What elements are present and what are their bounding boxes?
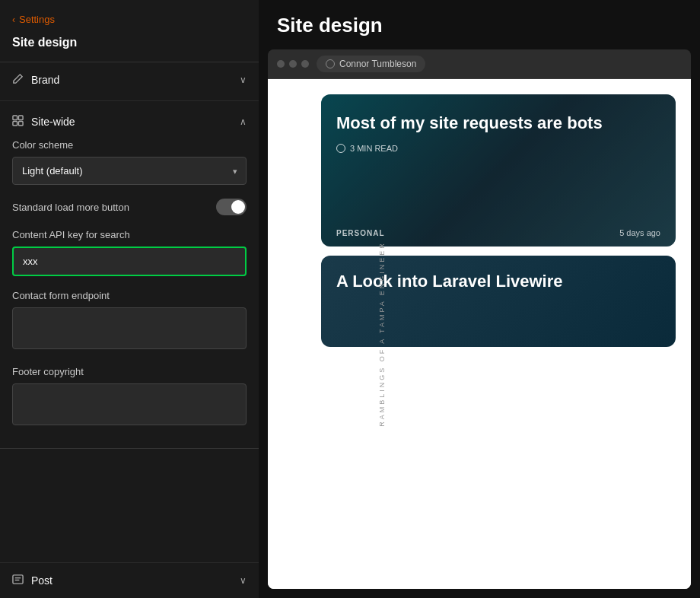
post-label: Post <box>31 574 52 587</box>
contact-form-label: Contact form endpoint <box>12 290 247 301</box>
browser-dots <box>277 60 309 68</box>
back-label: Settings <box>19 14 55 25</box>
browser-bar: Connor Tumbleson <box>268 49 691 79</box>
load-more-toggle[interactable] <box>216 199 247 215</box>
toggle-knob <box>231 200 245 214</box>
api-key-label: Content API key for search <box>12 229 247 240</box>
svg-rect-1 <box>18 116 23 120</box>
svg-rect-2 <box>13 121 18 126</box>
color-scheme-select[interactable]: Light (default) Dark Auto <box>12 157 247 185</box>
card-1-title: Most of my site requests are bots <box>336 113 660 135</box>
footer-copyright-group: Footer copyright <box>12 366 247 428</box>
brand-chevron-icon: ∨ <box>240 75 247 85</box>
back-icon: ‹ <box>12 14 15 25</box>
load-more-label: Standard load more button <box>12 202 129 213</box>
sitewide-chevron-icon: ∧ <box>240 116 247 127</box>
sidebar-title: Site design <box>0 33 259 62</box>
divider-mid <box>0 100 259 101</box>
preview-cards: Most of my site requests are bots 3 MIN … <box>268 79 691 589</box>
sidebar: ‹ Settings Site design Brand ∨ <box>0 0 259 598</box>
sitewide-label: Site-wide <box>31 116 75 128</box>
sidebar-item-post[interactable]: Post ∨ <box>0 562 259 598</box>
browser-dot-3 <box>301 60 309 68</box>
card-1-date: 5 days ago <box>619 228 660 237</box>
card-1-read-time: 3 MIN READ <box>350 144 398 153</box>
preview-container: Connor Tumbleson RAMBLINGS OF A TAMPA EN… <box>268 49 691 589</box>
card-1-category: PERSONAL <box>336 229 385 237</box>
brand-edit-icon <box>12 73 24 87</box>
main-header: Site design <box>259 0 700 49</box>
card-1-content: Most of my site requests are bots 3 MIN … <box>321 94 676 196</box>
svg-rect-0 <box>13 116 18 120</box>
load-more-toggle-row: Standard load more button <box>12 199 247 215</box>
sidebar-item-sitewide[interactable]: Site-wide ∧ <box>0 104 259 139</box>
sitewide-expanded-content: Color scheme Light (default) Dark Auto ▾… <box>0 139 259 448</box>
contact-form-group: Contact form endpoint <box>12 290 247 352</box>
svg-rect-3 <box>18 121 23 126</box>
preview-card-1: Most of my site requests are bots 3 MIN … <box>321 94 676 247</box>
clock-icon <box>336 144 345 153</box>
sitewide-grid-icon <box>12 115 24 129</box>
tab-favicon <box>326 59 335 68</box>
color-scheme-label: Color scheme <box>12 139 247 151</box>
browser-tab: Connor Tumbleson <box>317 56 425 72</box>
page-title: Site design <box>277 14 682 37</box>
sidebar-item-brand[interactable]: Brand ∨ <box>0 62 259 97</box>
color-scheme-select-wrapper: Light (default) Dark Auto ▾ <box>12 157 247 185</box>
rotated-site-title: RAMBLINGS OF A TAMPA ENGINEER <box>378 241 386 427</box>
footer-copyright-input[interactable] <box>12 383 247 425</box>
main-content: Site design Connor Tumbleson RAMBLINGS O… <box>259 0 700 598</box>
card-1-meta: 3 MIN READ <box>336 144 660 153</box>
api-key-group: Content API key for search <box>12 229 247 276</box>
back-button[interactable]: ‹ Settings <box>0 0 259 33</box>
preview-website: RAMBLINGS OF A TAMPA ENGINEER Most of my… <box>268 79 691 589</box>
browser-dot-2 <box>289 60 297 68</box>
svg-rect-4 <box>13 575 23 584</box>
preview-card-2: A Look into Laravel Livewire <box>321 256 676 347</box>
card-2-content: A Look into Laravel Livewire <box>321 256 676 308</box>
browser-tab-label: Connor Tumbleson <box>339 59 416 69</box>
color-scheme-group: Color scheme Light (default) Dark Auto ▾ <box>12 139 247 185</box>
card-1-footer: PERSONAL 5 days ago <box>336 228 660 237</box>
divider-post <box>0 448 259 449</box>
brand-label: Brand <box>31 74 59 86</box>
post-chevron-icon: ∨ <box>240 575 247 586</box>
post-list-icon <box>12 574 24 587</box>
contact-form-input[interactable] <box>12 307 247 349</box>
api-key-input[interactable] <box>12 247 247 276</box>
footer-copyright-label: Footer copyright <box>12 366 247 377</box>
browser-dot-1 <box>277 60 285 68</box>
